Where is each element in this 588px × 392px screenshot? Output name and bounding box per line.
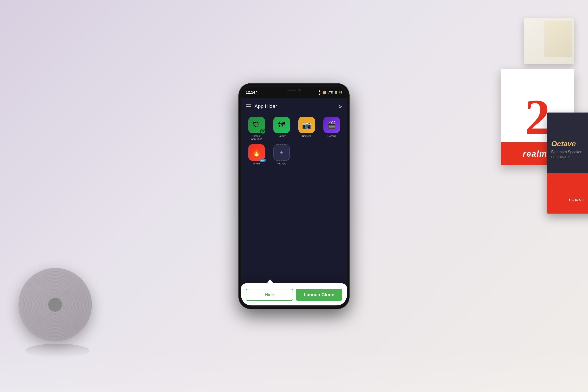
earpiece-speaker <box>287 90 296 91</box>
tinder-icon: 🔥 Dual <box>248 144 265 161</box>
action-popup: Hide Launch Clone <box>241 284 347 306</box>
realme-number: 2 <box>525 92 550 142</box>
status-time: 12:14 <box>246 90 257 94</box>
add-app-icon: + <box>273 144 290 161</box>
popup-pointer <box>266 279 274 284</box>
app-icon-record[interactable]: 🎬 Record <box>321 117 342 140</box>
lets-party-text: LET'S PARTY <box>551 156 588 159</box>
protect-apphider-label: ProtectAppHider <box>251 134 262 140</box>
lte-label: LTE <box>328 91 333 94</box>
product-box-top <box>524 18 574 64</box>
phone-device: 12:14 ▲▼ 📶 LTE 🔋 81 <box>239 84 349 309</box>
battery-level: 81 <box>339 91 342 94</box>
phone-body: 12:14 ▲▼ 📶 LTE 🔋 81 <box>239 84 349 309</box>
camera-label: Camera <box>302 134 311 138</box>
camera-icon: 📷 <box>298 117 315 133</box>
realme-box: 2 realme Octave Bluetooth Speaker LET'S … <box>487 69 574 207</box>
gallery-label: Gallery <box>278 134 286 138</box>
products-display: 2 realme Octave Bluetooth Speaker LET'S … <box>487 18 574 207</box>
speaker-center-button: ＋ <box>48 298 62 312</box>
dual-badge: Dual <box>259 159 266 162</box>
octave-title: Octave <box>551 140 588 148</box>
gallery-icon: 🗺 <box>273 117 290 133</box>
hide-button[interactable]: Hide <box>246 289 293 301</box>
bluetooth-speaker: ＋ <box>18 268 96 355</box>
octave-subtitle: Bluetooth Speaker <box>551 150 588 154</box>
add-app-label: Add App <box>277 162 286 165</box>
battery-icon: 🔋 <box>334 91 338 94</box>
app-content-area: App Hider ⚙ 🛡 ⚙ ProtectAppHider <box>241 98 347 306</box>
settings-icon[interactable]: ⚙ <box>338 104 342 109</box>
desk-surface <box>0 346 588 392</box>
front-camera <box>298 89 301 92</box>
phone-screen: 12:14 ▲▼ 📶 LTE 🔋 81 <box>241 87 347 306</box>
tinder-label: Tinder <box>253 162 260 165</box>
app-icon-protect-apphider[interactable]: 🛡 ⚙ ProtectAppHider <box>246 117 267 140</box>
app-icon-camera[interactable]: 📷 Camera <box>296 117 317 140</box>
octave-box: Octave Bluetooth Speaker LET'S PARTY rea… <box>547 112 588 214</box>
app-icon-add-app[interactable]: + Add App <box>271 144 292 165</box>
app-header: App Hider ⚙ <box>241 98 347 114</box>
gear-overlay-icon: ⚙ <box>260 128 266 134</box>
status-icons-group: ▲▼ 📶 LTE 🔋 81 <box>318 89 342 96</box>
signal-icon: 📶 <box>322 91 326 94</box>
wifi-icon: ▲▼ <box>318 89 321 96</box>
notch <box>280 87 308 94</box>
launch-clone-button[interactable]: Launch Clone <box>296 289 342 301</box>
protect-apphider-icon: 🛡 ⚙ <box>248 117 265 133</box>
popup-buttons-group: Hide Launch Clone <box>246 289 342 301</box>
app-icon-gallery[interactable]: 🗺 Gallery <box>271 117 292 140</box>
record-icon: 🎬 <box>324 117 340 133</box>
record-label: Record <box>328 134 336 138</box>
app-icon-tinder[interactable]: 🔥 Dual Tinder <box>246 144 267 165</box>
hamburger-menu-icon[interactable] <box>246 104 251 108</box>
app-grid: 🛡 ⚙ ProtectAppHider 🗺 Gallery <box>241 114 347 168</box>
signal-dot <box>256 91 257 92</box>
app-title: App Hider <box>254 103 334 109</box>
octave-brand: realme <box>569 197 584 203</box>
